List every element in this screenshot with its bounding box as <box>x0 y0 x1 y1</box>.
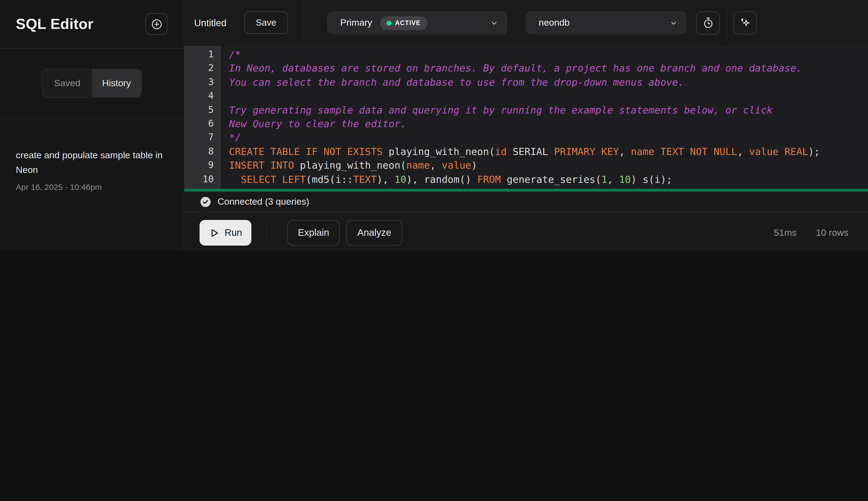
sidebar-divider <box>0 118 184 118</box>
line-number: 6 <box>184 117 221 131</box>
sidebar: SQL Editor SavedHistory create and popul… <box>0 0 184 250</box>
sql-editor-app: SQL Editor SavedHistory create and popul… <box>0 0 868 250</box>
line-number: 8 <box>184 145 221 158</box>
line-number: 5 <box>184 103 221 117</box>
branch-status-badge: ACTIVE <box>380 16 427 30</box>
active-status-dot-icon <box>386 20 391 25</box>
code-line-content: */ <box>221 131 241 145</box>
branch-select[interactable]: Primary ACTIVE <box>327 11 507 34</box>
ai-assist-button[interactable] <box>733 11 757 34</box>
query-duration: 51ms <box>774 213 796 250</box>
line-number: 9 <box>184 158 221 172</box>
toolbar-divider <box>304 0 304 46</box>
code-editor[interactable]: 1/*2In Neon, databases are stored on bra… <box>184 46 868 189</box>
line-number: 2 <box>184 61 221 75</box>
code-line: 6New Query to clear the editor. <box>184 117 868 131</box>
code-line: 7*/ <box>184 131 868 145</box>
query-success-bar <box>184 189 868 192</box>
query-row-count: 10 rows <box>816 213 848 250</box>
code-line: 10 SELECT LEFT(md5(i::TEXT), 10), random… <box>184 172 868 186</box>
code-line-content: New Query to clear the editor. <box>221 117 406 131</box>
check-circle-icon <box>199 196 211 207</box>
actions-row: Run Explain Analyze 51ms 10 rows <box>184 213 868 250</box>
line-number: 3 <box>184 75 221 89</box>
connection-status-row: Connected (3 queries) <box>184 192 868 212</box>
plus-circle-icon <box>150 18 163 30</box>
chevron-down-icon <box>490 19 498 27</box>
code-line: 2In Neon, databases are stored on branch… <box>184 61 868 75</box>
save-button[interactable]: Save <box>244 11 288 34</box>
sidebar-header: SQL Editor <box>0 0 184 49</box>
line-number: 4 <box>184 89 221 103</box>
code-line-content: In Neon, databases are stored on branche… <box>221 61 802 75</box>
saved-history-toggle: SavedHistory <box>42 69 142 98</box>
code-line-content: SELECT LEFT(md5(i::TEXT), 10), random() … <box>221 172 672 186</box>
line-number: 7 <box>184 131 221 145</box>
run-button[interactable]: Run <box>199 220 251 246</box>
sidebar-tab-saved[interactable]: Saved <box>43 69 92 97</box>
editor-code: 1/*2In Neon, databases are stored on bra… <box>184 47 868 186</box>
run-button-label: Run <box>224 227 242 238</box>
chevron-down-icon <box>670 19 678 27</box>
page-title: SQL Editor <box>16 15 94 32</box>
query-title: Untitled <box>194 0 227 46</box>
sidebar-tab-history[interactable]: History <box>92 69 141 97</box>
code-line-content: You can select the branch and database t… <box>221 75 684 89</box>
play-icon <box>209 227 220 238</box>
sparkles-icon <box>738 16 752 30</box>
branch-select-value: Primary <box>340 18 372 28</box>
line-number: 10 <box>184 172 221 186</box>
database-select-value: neondb <box>539 18 570 28</box>
code-line: 4 <box>184 89 868 103</box>
history-item-timestamp: Apr 16, 2025 - 10:46pm <box>16 182 167 192</box>
stopwatch-icon <box>701 17 715 30</box>
main-area: Untitled Save Primary ACTIVE neondb <box>184 0 868 250</box>
history-list: create and populate sample table in Neon… <box>16 148 167 192</box>
actions-divider <box>272 223 272 243</box>
code-line: 5Try generating sample data and querying… <box>184 103 868 117</box>
code-line-content: /* <box>221 47 241 61</box>
code-line: 3You can select the branch and database … <box>184 75 868 89</box>
code-line-content: CREATE TABLE IF NOT EXISTS playing_with_… <box>221 145 820 158</box>
query-timing-button[interactable] <box>696 11 720 34</box>
connection-status-text: Connected (3 queries) <box>218 196 309 207</box>
line-number: 1 <box>184 47 221 61</box>
code-line: 8CREATE TABLE IF NOT EXISTS playing_with… <box>184 145 868 158</box>
code-line-content: INSERT INTO playing_with_neon(name, valu… <box>221 158 477 172</box>
analyze-button[interactable]: Analyze <box>346 220 403 246</box>
new-query-button[interactable] <box>145 13 167 35</box>
toolbar-divider <box>727 5 727 41</box>
explain-button[interactable]: Explain <box>287 220 340 246</box>
code-line-content: Try generating sample data and querying … <box>221 103 772 117</box>
code-line: 1/* <box>184 47 868 61</box>
code-line: 9INSERT INTO playing_with_neon(name, val… <box>184 158 868 172</box>
history-item-title: create and populate sample table in Neon <box>16 148 167 177</box>
history-list-item[interactable]: create and populate sample table in Neon… <box>16 148 167 192</box>
toolbar: Untitled Save Primary ACTIVE neondb <box>184 0 868 46</box>
code-line-content <box>221 89 229 103</box>
branch-status-label: ACTIVE <box>395 20 421 26</box>
database-select[interactable]: neondb <box>526 11 686 34</box>
